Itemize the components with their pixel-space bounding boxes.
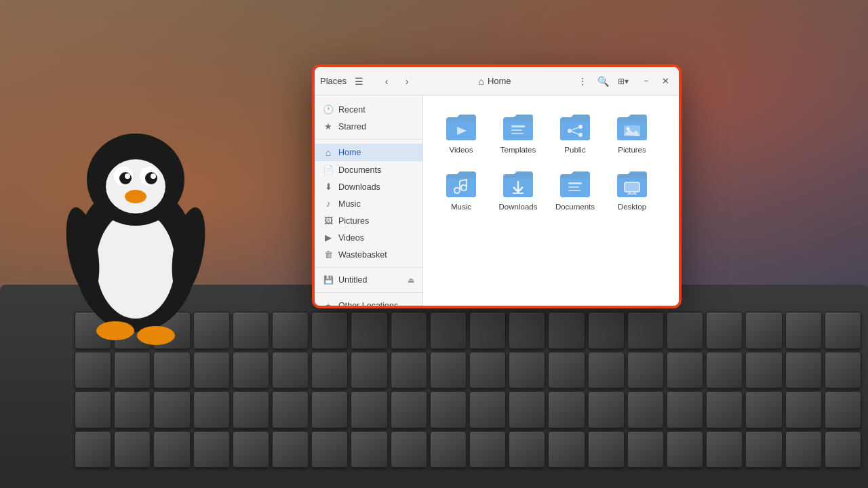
wastebasket-icon: 🗑 — [323, 249, 334, 260]
file-item-downloads[interactable]: Downloads — [491, 163, 545, 218]
key — [745, 391, 782, 428]
key — [153, 431, 190, 468]
drive-icon: 💾 — [323, 275, 334, 285]
folder-icon-public — [557, 112, 593, 142]
key — [706, 431, 743, 468]
file-label: Downloads — [499, 202, 538, 212]
svg-point-6 — [125, 174, 130, 179]
key — [233, 391, 269, 428]
key — [509, 312, 545, 349]
key — [825, 391, 861, 428]
key — [785, 391, 822, 428]
file-item-documents[interactable]: Documents — [548, 163, 602, 218]
home-icon: ⌂ — [323, 147, 334, 158]
eject-icon[interactable]: ⏏ — [408, 276, 414, 285]
sidebar-item-recent[interactable]: 🕐 Recent — [315, 101, 422, 118]
key — [745, 352, 782, 389]
key — [75, 431, 111, 468]
svg-rect-16 — [511, 125, 525, 127]
titlebar-actions: ⋮ 🔍 ⊞▾ — [573, 72, 633, 91]
main-content: Videos Templates — [423, 96, 679, 306]
sidebar-item-label: Untitled — [338, 275, 367, 285]
file-item-public[interactable]: Public — [548, 106, 602, 161]
key — [469, 352, 506, 389]
key — [153, 391, 190, 428]
more-button[interactable]: ⋮ — [573, 72, 592, 91]
pictures-icon: 🖼 — [323, 216, 334, 226]
sidebar-item-untitled[interactable]: 💾 Untitled ⏏ — [315, 272, 422, 288]
key — [311, 391, 348, 428]
folder-icon-documents — [557, 169, 593, 199]
svg-point-8 — [145, 172, 157, 184]
key — [391, 312, 427, 349]
key — [509, 391, 545, 428]
sidebar-item-documents[interactable]: 📄 Documents — [315, 161, 422, 178]
sidebar-item-videos[interactable]: ▶ Videos — [315, 229, 422, 246]
key — [745, 431, 782, 468]
svg-point-10 — [125, 190, 146, 203]
forward-icon: › — [406, 76, 409, 87]
sidebar-item-pictures[interactable]: 🖼 Pictures — [315, 212, 422, 229]
sidebar-item-downloads[interactable]: ⬇ Downloads — [315, 178, 422, 195]
svg-point-3 — [106, 159, 165, 214]
forward-button[interactable]: › — [397, 72, 416, 91]
folder-icon-templates — [500, 112, 536, 142]
key — [825, 312, 861, 349]
key — [785, 312, 822, 349]
key — [272, 431, 309, 468]
key — [114, 391, 151, 428]
key — [745, 312, 782, 349]
file-item-desktop[interactable]: Desktop — [605, 163, 659, 218]
files-grid: Videos Templates — [434, 106, 668, 218]
sidebar-item-label: Pictures — [338, 216, 369, 226]
svg-rect-31 — [625, 182, 639, 192]
key — [193, 391, 230, 428]
file-item-music[interactable]: Music — [434, 163, 488, 218]
file-manager-window: Places ☰ ‹ › ⌂ Home ⋮ 🔍 ⊞ — [312, 64, 682, 308]
sidebar-item-home[interactable]: ⌂ Home — [315, 144, 422, 161]
key — [272, 352, 309, 389]
downloads-icon: ⬇ — [323, 182, 334, 192]
sidebar-item-starred[interactable]: ★ Starred — [315, 118, 422, 135]
sidebar-divider — [315, 139, 422, 140]
svg-point-20 — [578, 125, 583, 129]
sidebar-item-wastebasket[interactable]: 🗑 Wastebasket — [315, 246, 422, 263]
key — [233, 431, 269, 468]
close-button[interactable]: ✕ — [657, 73, 673, 89]
music-icon: ♪ — [323, 199, 334, 209]
svg-rect-29 — [568, 186, 579, 188]
key — [785, 431, 822, 468]
key — [391, 431, 427, 468]
search-button[interactable]: 🔍 — [593, 72, 612, 91]
key — [430, 312, 467, 349]
file-item-templates[interactable]: Templates — [491, 106, 545, 161]
key — [706, 312, 743, 349]
svg-point-1 — [96, 210, 175, 319]
menu-button[interactable]: ☰ — [349, 72, 368, 91]
svg-point-19 — [568, 129, 572, 133]
key — [588, 352, 625, 389]
svg-point-21 — [578, 133, 583, 137]
file-item-videos[interactable]: Videos — [434, 106, 488, 161]
sidebar-item-music[interactable]: ♪ Music — [315, 195, 422, 212]
minimize-button[interactable]: − — [638, 73, 654, 89]
file-label: Public — [564, 145, 585, 155]
key — [114, 431, 151, 468]
key — [548, 431, 585, 468]
starred-icon: ★ — [323, 121, 334, 131]
file-label: Desktop — [618, 202, 646, 212]
home-icon: ⌂ — [478, 76, 484, 87]
svg-rect-18 — [511, 133, 524, 134]
file-item-pictures[interactable]: Pictures — [605, 106, 659, 161]
key — [667, 431, 703, 468]
key — [351, 431, 387, 468]
key — [469, 312, 506, 349]
key — [825, 431, 861, 468]
key — [311, 431, 348, 468]
key — [706, 391, 743, 428]
back-button[interactable]: ‹ — [377, 72, 396, 91]
sidebar-item-other-locations[interactable]: + Other Locations — [315, 297, 422, 306]
key — [351, 352, 387, 389]
view-button[interactable]: ⊞▾ — [614, 72, 633, 91]
key — [311, 352, 348, 389]
